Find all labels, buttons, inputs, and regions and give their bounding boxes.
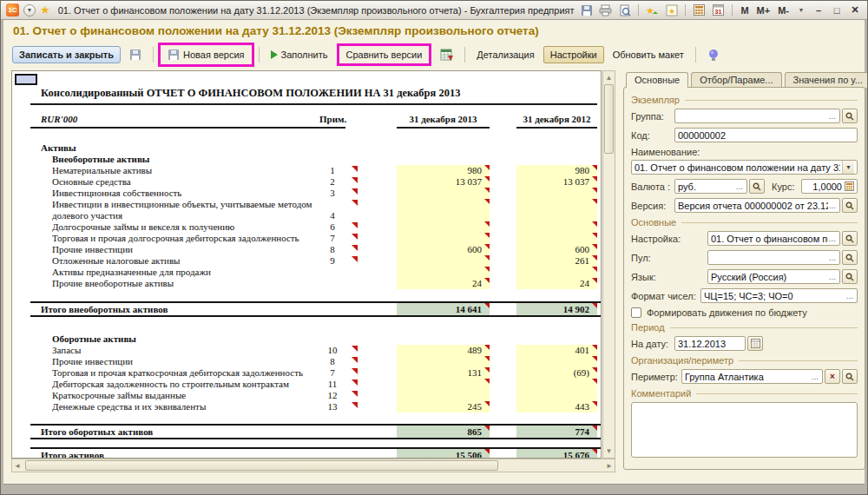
row-note[interactable]: 7	[319, 233, 345, 244]
currency-input[interactable]: руб....	[674, 179, 747, 194]
pool-search-button[interactable]	[842, 250, 858, 265]
value-cell-2013[interactable]: 865	[397, 426, 490, 438]
choose-dots-icon[interactable]: ...	[828, 234, 837, 243]
1c-logo-icon[interactable]: 1С	[6, 3, 19, 16]
value-cell-2012[interactable]	[516, 188, 597, 199]
total-row[interactable]: Итого внеоборотных активов 14 641 14 902	[30, 301, 601, 317]
perimeter-search-button[interactable]	[842, 369, 858, 384]
row-label[interactable]: Запасы	[30, 345, 319, 356]
row-label[interactable]: Оборотные активы	[30, 333, 319, 345]
value-cell-2013[interactable]: 980	[397, 165, 490, 176]
scroll-left-arrow[interactable]: ◄	[14, 460, 21, 472]
table-row[interactable]: Основные средства 2 13 037 13 037	[12, 176, 601, 188]
chevron-down-icon[interactable]: ▼	[842, 161, 854, 174]
value-cell-2012[interactable]	[516, 379, 597, 390]
value-cell-2013[interactable]	[397, 356, 490, 367]
row-label[interactable]: Краткосрочные займы выданные	[30, 390, 319, 401]
selected-cell[interactable]	[15, 74, 37, 85]
scroll-up-arrow[interactable]: ▲	[603, 72, 615, 83]
row-note[interactable]: 4	[319, 210, 345, 221]
settings-button[interactable]: Настройки	[543, 46, 604, 63]
row-label[interactable]: Прочие внеоборотные активы	[30, 278, 319, 289]
choose-dots-icon[interactable]: ...	[828, 272, 837, 281]
memory-m-button[interactable]: M	[739, 5, 750, 16]
table-row[interactable]: Инвестиции в инвестиционные объекты, учи…	[12, 199, 601, 221]
value-cell-2012[interactable]	[516, 233, 597, 244]
value-cell-2012[interactable]: 15 676	[516, 449, 597, 459]
choose-dots-icon[interactable]: ...	[828, 201, 837, 210]
table-row[interactable]: Краткосрочные займы выданные 12	[12, 390, 601, 401]
table-row[interactable]: Прочие внеоборотные активы 24 24	[12, 278, 601, 289]
value-cell-2013[interactable]	[397, 199, 490, 221]
calendar-icon[interactable]: 31	[711, 3, 726, 17]
table-row[interactable]: Прочие инвестиции 8	[12, 356, 601, 367]
col-2013-header[interactable]: 31 декабря 2013	[397, 114, 490, 129]
choose-dots-icon[interactable]: ...	[828, 253, 837, 262]
row-label[interactable]: Нематериальные активы	[30, 165, 319, 176]
value-cell-2012[interactable]: 261	[516, 255, 597, 267]
table-row[interactable]: Активы предназначенные для продажи	[12, 267, 601, 278]
comment-textarea[interactable]	[631, 402, 858, 458]
row-note[interactable]: 6	[319, 221, 345, 233]
budget-checkbox[interactable]	[631, 307, 641, 318]
row-label[interactable]: Торговая и прочая долгосрочная дебиторск…	[30, 233, 319, 244]
row-note[interactable]: 9	[319, 255, 345, 267]
value-cell-2013[interactable]: 14 641	[397, 303, 490, 315]
value-cell-2012[interactable]: 13 037	[516, 176, 597, 188]
scroll-right-arrow[interactable]: ►	[606, 460, 613, 472]
pool-input[interactable]: ...	[707, 250, 840, 265]
row-note[interactable]: 7	[319, 367, 345, 379]
note-column-header[interactable]: Прим.	[319, 114, 345, 129]
table-row[interactable]: Торговая и прочая краткосрочная дебиторс…	[12, 367, 601, 379]
group-input[interactable]: ...	[674, 109, 840, 123]
version-search-button[interactable]	[842, 198, 858, 213]
save-icon[interactable]	[579, 3, 594, 17]
print-preview-icon[interactable]	[617, 3, 632, 17]
calculator-icon[interactable]	[845, 182, 854, 191]
favorites-star-icon[interactable]: ★	[40, 4, 50, 16]
row-note[interactable]: 8	[319, 244, 345, 255]
print-icon[interactable]	[598, 3, 613, 17]
choose-dots-icon[interactable]: ...	[735, 182, 744, 191]
scroll-down-arrow[interactable]: ▼	[603, 446, 615, 457]
compare-versions-button[interactable]: Сравнить версии	[339, 46, 430, 63]
name-combobox[interactable]: 01. Отчет о финансовом положении на дату…	[631, 160, 858, 175]
row-label[interactable]: Итого оборотных активов	[30, 426, 319, 438]
value-cell-2013[interactable]: 489	[397, 345, 490, 356]
value-cell-2012[interactable]: 600	[516, 244, 597, 255]
row-note[interactable]: 12	[319, 390, 345, 401]
vertical-scrollbar[interactable]: ▲ ▼	[602, 70, 615, 459]
date-input[interactable]: 31.12.2013	[674, 336, 746, 351]
maximize-button[interactable]: □	[830, 5, 844, 16]
memory-m-minus-button[interactable]: M-	[776, 5, 791, 16]
horizontal-scrollbar[interactable]: ◄ ►	[11, 459, 615, 472]
row-note[interactable]: 11	[319, 379, 345, 390]
table-row[interactable]: Денежные средства и их эквиваленты 13 24…	[12, 401, 601, 412]
code-input[interactable]: 000000002	[674, 128, 858, 142]
tab-default-values[interactable]: Значения по у...	[785, 72, 868, 88]
value-cell-2013[interactable]: 24	[397, 278, 490, 289]
table-row[interactable]: Долгосрочные займы и векселя к получению…	[12, 221, 601, 233]
row-note[interactable]: 2	[319, 176, 345, 188]
currency-search-button[interactable]	[749, 179, 765, 194]
row-label[interactable]: Инвестиционная собственность	[30, 188, 319, 199]
update-layout-button[interactable]: Обновить макет	[606, 46, 691, 63]
row-label[interactable]: Дебиторская задолженность по строительны…	[30, 379, 319, 390]
row-label[interactable]: Итого активов	[30, 449, 319, 459]
choose-dots-icon[interactable]: ...	[845, 291, 854, 300]
language-search-button[interactable]	[842, 269, 858, 284]
table-row[interactable]: Отложенные налоговые активы 9 261	[12, 255, 601, 267]
choose-dots-icon[interactable]: ...	[811, 372, 819, 381]
row-label[interactable]: Внеоборотные активы	[30, 154, 319, 165]
row-note[interactable]: 13	[319, 401, 345, 412]
value-cell-2013[interactable]	[397, 233, 490, 244]
minimize-button[interactable]: –	[812, 5, 825, 16]
value-cell-2012[interactable]	[516, 356, 597, 367]
value-cell-2013[interactable]: 13 037	[397, 176, 490, 188]
table-row[interactable]: Оборотные активы	[12, 333, 601, 345]
row-label[interactable]: Активы предназначенные для продажи	[30, 267, 319, 278]
row-label[interactable]: Инвестиции в инвестиционные объекты, учи…	[30, 199, 319, 221]
choose-dots-icon[interactable]: ...	[828, 111, 837, 121]
details-button[interactable]: Детализация	[470, 46, 541, 63]
row-label[interactable]: Торговая и прочая краткосрочная дебиторс…	[30, 367, 319, 379]
